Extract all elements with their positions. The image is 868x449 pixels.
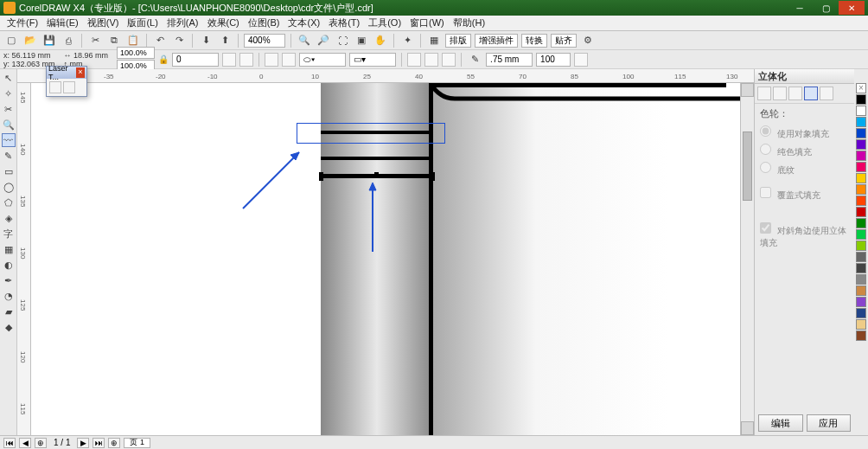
color-swatch[interactable] [856, 128, 866, 138]
options-icon[interactable]: ⚙ [580, 33, 596, 48]
maximize-button[interactable]: ▢ [813, 1, 839, 15]
extrude-preset-icon[interactable] [757, 87, 771, 100]
undo-icon[interactable]: ↶ [152, 33, 168, 48]
page-tab[interactable]: 页 1 [124, 438, 150, 448]
floatwin-close-icon[interactable]: × [76, 67, 85, 78]
interactive-fill-icon[interactable]: ◆ [2, 320, 16, 334]
extrude-color-icon[interactable] [804, 87, 818, 100]
page-last-icon[interactable]: ⏭ [93, 438, 105, 448]
basic-shapes-icon[interactable]: ◈ [2, 211, 16, 225]
minimize-button[interactable]: ─ [787, 1, 813, 15]
fullscreen-icon[interactable]: ▣ [354, 33, 369, 48]
lock-ratio-icon[interactable]: 🔒 [158, 55, 169, 65]
menu-window[interactable]: 窗口(W) [406, 16, 448, 30]
line-box[interactable]: 100 [536, 53, 571, 67]
page-add-icon[interactable]: ⊕ [35, 438, 47, 448]
shape-tool-icon[interactable]: ✧ [2, 87, 16, 100]
scroll-thumb[interactable] [743, 131, 752, 201]
welcome-icon[interactable]: ✦ [399, 33, 415, 48]
polygon-tool-icon[interactable]: ⬠ [2, 196, 16, 209]
save-icon[interactable]: 💾 [41, 33, 57, 48]
color-swatch[interactable] [856, 330, 866, 341]
menu-layout[interactable]: 版面(L) [124, 16, 161, 30]
menu-bitmap[interactable]: 位图(B) [245, 16, 284, 30]
snap-icon[interactable]: ▦ [426, 33, 442, 48]
laser-tool-1-icon[interactable] [49, 81, 61, 93]
pan-icon[interactable]: ✋ [373, 33, 388, 48]
docker-title[interactable]: 立体化 [755, 69, 854, 84]
eyedropper-tool-icon[interactable]: ✒ [2, 273, 16, 287]
wrap-dropdown[interactable]: ▭▾ [349, 53, 396, 67]
color-swatch[interactable] [856, 285, 866, 296]
fill-tool-icon[interactable]: ▰ [2, 305, 16, 318]
line-width[interactable]: .75 mm [486, 53, 533, 67]
color-swatch[interactable] [856, 117, 866, 127]
new-icon[interactable]: ▢ [3, 33, 19, 48]
export-icon[interactable]: ⬆ [217, 33, 233, 48]
cut-icon[interactable]: ✂ [87, 33, 103, 48]
menu-text[interactable]: 文本(X) [284, 16, 323, 30]
plugin-label[interactable]: 增强插件 [475, 34, 518, 48]
menu-arrange[interactable]: 排列(A) [163, 16, 202, 30]
copy-icon[interactable]: ⧉ [106, 33, 122, 48]
close-button[interactable]: ✕ [839, 1, 865, 15]
table-tool-icon[interactable]: ▦ [2, 242, 16, 256]
color-swatch[interactable] [856, 207, 866, 217]
color-swatch[interactable] [856, 106, 866, 116]
extrude-light-icon[interactable] [788, 87, 802, 100]
color-swatch[interactable] [856, 139, 866, 150]
rotation-input[interactable]: 0 [172, 53, 219, 67]
crop-tool-icon[interactable]: ✂ [2, 102, 16, 116]
menu-tools[interactable]: 工具(O) [365, 16, 405, 30]
scroll-down-icon[interactable] [741, 421, 754, 435]
selection-handle[interactable] [431, 176, 435, 181]
zoom-combo[interactable]: 400% [244, 34, 285, 48]
menu-view[interactable]: 视图(V) [84, 16, 123, 30]
radio-solid-fill[interactable]: 纯色填充 [760, 142, 849, 160]
zoom-out-icon[interactable]: 🔎 [316, 33, 331, 48]
import-icon[interactable]: ⬇ [198, 33, 214, 48]
rectangle-tool-icon[interactable]: ▭ [2, 164, 16, 178]
menu-table[interactable]: 表格(T) [325, 16, 363, 30]
page-add2-icon[interactable]: ⊕ [108, 438, 120, 448]
menu-effects[interactable]: 效果(C) [204, 16, 243, 30]
zoom-tool-icon[interactable]: 🔍 [2, 118, 16, 131]
layout-label[interactable]: 排版 [445, 34, 471, 48]
color-swatch[interactable] [856, 94, 866, 105]
mirror-v-icon[interactable] [239, 53, 253, 67]
menu-help[interactable]: 帮助(H) [450, 16, 488, 30]
align-icon[interactable] [265, 53, 278, 67]
color-swatch[interactable] [856, 252, 866, 262]
radio-shade[interactable]: 底纹 [760, 160, 849, 178]
zoom-in-icon[interactable]: 🔍 [297, 33, 312, 48]
to-front-icon[interactable] [407, 53, 421, 67]
line-style-icon[interactable] [574, 53, 588, 67]
convert-curves-icon[interactable] [442, 53, 456, 67]
pick-tool-icon[interactable]: ↖ [2, 71, 16, 85]
text-tool-icon[interactable]: 字 [2, 227, 16, 241]
redo-icon[interactable]: ↷ [171, 33, 187, 48]
color-swatch[interactable] [856, 308, 866, 318]
page-prev-icon[interactable]: ◀ [19, 438, 31, 448]
extrude-bevel-icon[interactable] [820, 87, 833, 100]
color-swatch[interactable] [856, 297, 866, 307]
color-swatch[interactable] [856, 229, 866, 240]
outline-tool-icon[interactable]: ◔ [2, 289, 16, 303]
snap-label[interactable]: 贴齐 [551, 34, 577, 48]
no-color-swatch[interactable] [856, 83, 866, 93]
menu-file[interactable]: 文件(F) [3, 16, 41, 30]
laser-tool-2-icon[interactable] [63, 81, 75, 93]
color-swatch[interactable] [856, 241, 866, 251]
color-swatch[interactable] [856, 263, 866, 273]
vertical-ruler[interactable]: 145 140 135 130 125 120 115 [17, 83, 31, 435]
color-swatch[interactable] [856, 319, 866, 330]
interactive-tool-icon[interactable]: ◐ [2, 258, 16, 272]
fit-icon[interactable]: ⛶ [335, 33, 350, 48]
color-swatch[interactable] [856, 274, 866, 285]
smart-tool-icon[interactable]: ✎ [2, 149, 16, 163]
color-swatch[interactable] [856, 151, 866, 161]
color-swatch[interactable] [856, 173, 866, 183]
laser-tool-window[interactable]: Laser T... × [46, 66, 87, 97]
scale-x[interactable]: 100.0 % [117, 47, 155, 59]
open-icon[interactable]: 📂 [22, 33, 38, 48]
